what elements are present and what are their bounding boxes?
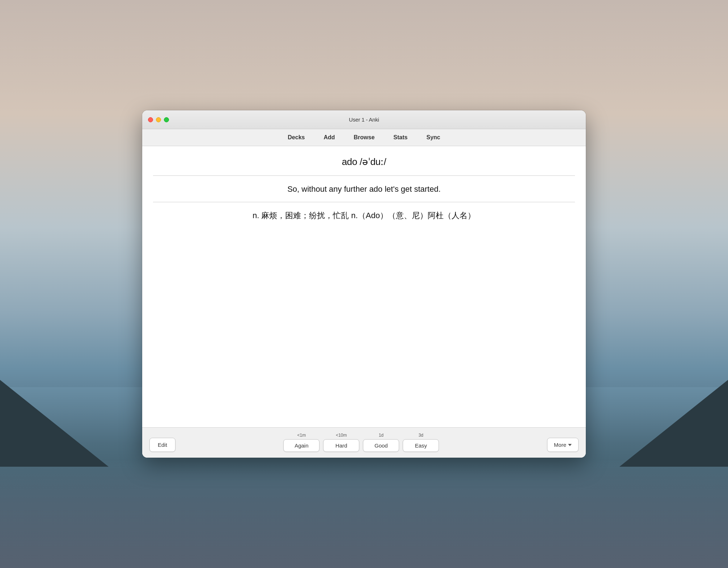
again-wrap: <1m Again: [283, 433, 319, 452]
close-button[interactable]: [148, 117, 153, 122]
decks-button[interactable]: Decks: [285, 133, 308, 142]
card-definition: n. 麻烦，困难；纷扰，忙乱 n.（Ado）（意、尼）阿杜（人名）: [142, 202, 586, 221]
good-button[interactable]: Good: [363, 439, 399, 452]
good-time-label: 1d: [379, 433, 384, 438]
card-sentence: So, without any further ado let's get st…: [142, 176, 586, 202]
anki-window: User 1 - Anki Decks Add Browse Stats Syn…: [142, 110, 586, 458]
answer-buttons: <1m Again <10m Hard 1d Good 3d Easy: [175, 433, 547, 452]
again-time-label: <1m: [297, 433, 306, 438]
sync-button[interactable]: Sync: [423, 133, 443, 142]
stats-button[interactable]: Stats: [390, 133, 410, 142]
easy-time-label: 3d: [419, 433, 423, 438]
card-word: ado /əˈduː/: [142, 146, 586, 175]
traffic-lights: [148, 117, 169, 122]
more-label: More: [554, 442, 566, 448]
good-wrap: 1d Good: [363, 433, 399, 452]
hard-time-label: <10m: [336, 433, 347, 438]
edit-button[interactable]: Edit: [149, 438, 175, 452]
browse-button[interactable]: Browse: [351, 133, 378, 142]
add-button[interactable]: Add: [321, 133, 338, 142]
hard-wrap: <10m Hard: [323, 433, 359, 452]
chevron-down-icon: [568, 444, 572, 446]
maximize-button[interactable]: [164, 117, 169, 122]
window-title: User 1 - Anki: [349, 116, 379, 123]
bottom-bar: Edit <1m Again <10m Hard 1d Good 3d Easy…: [142, 427, 586, 458]
easy-wrap: 3d Easy: [403, 433, 439, 452]
hard-button[interactable]: Hard: [323, 439, 359, 452]
more-button[interactable]: More: [547, 438, 579, 452]
again-button[interactable]: Again: [283, 439, 319, 452]
easy-button[interactable]: Easy: [403, 439, 439, 452]
minimize-button[interactable]: [156, 117, 161, 122]
title-bar: User 1 - Anki: [142, 110, 586, 129]
toolbar: Decks Add Browse Stats Sync: [142, 129, 586, 146]
card-area: ado /əˈduː/ So, without any further ado …: [142, 146, 586, 427]
card-body-space: [142, 221, 586, 427]
